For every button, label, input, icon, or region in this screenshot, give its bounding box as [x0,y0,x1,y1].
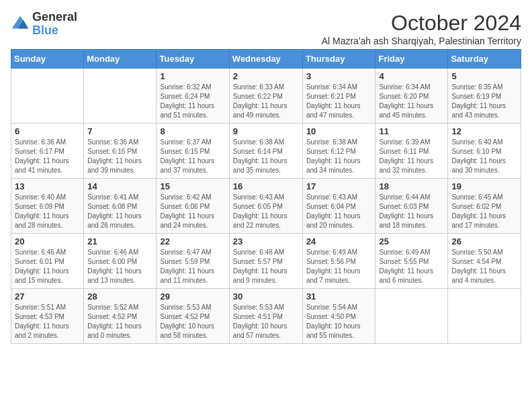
day-number: 13 [15,181,80,191]
calendar-week-2: 6Sunrise: 6:36 AM Sunset: 6:17 PM Daylig… [11,124,521,179]
calendar-cell: 13Sunrise: 6:40 AM Sunset: 6:09 PM Dayli… [11,179,84,234]
calendar-week-5: 27Sunrise: 5:51 AM Sunset: 4:53 PM Dayli… [11,289,521,344]
calendar-cell: 6Sunrise: 6:36 AM Sunset: 6:17 PM Daylig… [11,124,84,179]
day-number: 9 [233,126,299,136]
day-info: Sunrise: 5:54 AM Sunset: 4:50 PM Dayligh… [306,303,372,340]
day-info: Sunrise: 5:51 AM Sunset: 4:53 PM Dayligh… [15,303,80,340]
calendar-cell: 8Sunrise: 6:37 AM Sunset: 6:15 PM Daylig… [157,124,229,179]
calendar-cell: 31Sunrise: 5:54 AM Sunset: 4:50 PM Dayli… [302,289,375,344]
calendar-cell: 20Sunrise: 6:46 AM Sunset: 6:01 PM Dayli… [11,234,84,289]
day-info: Sunrise: 6:46 AM Sunset: 6:00 PM Dayligh… [87,248,152,285]
day-number: 17 [306,181,372,191]
calendar-cell: 26Sunrise: 5:50 AM Sunset: 4:54 PM Dayli… [448,234,521,289]
calendar-table: SundayMondayTuesdayWednesdayThursdayFrid… [11,49,521,344]
subtitle: Al Mazra'ah ash Sharqiyah, Palestinian T… [322,36,521,46]
weekday-thursday: Thursday [302,50,375,68]
calendar-cell [11,68,84,124]
day-info: Sunrise: 6:35 AM Sunset: 6:19 PM Dayligh… [451,83,517,120]
weekday-header-row: SundayMondayTuesdayWednesdayThursdayFrid… [11,50,521,68]
day-info: Sunrise: 6:33 AM Sunset: 6:22 PM Dayligh… [233,83,299,120]
day-info: Sunrise: 5:52 AM Sunset: 4:52 PM Dayligh… [87,303,152,340]
day-number: 30 [233,291,299,302]
month-title: October 2024 [322,11,521,36]
calendar-cell: 16Sunrise: 6:43 AM Sunset: 6:05 PM Dayli… [229,179,302,234]
day-number: 3 [306,71,372,81]
weekday-monday: Monday [84,50,157,68]
logo-general-text: General [32,10,77,24]
weekday-saturday: Saturday [448,50,521,68]
calendar-cell: 15Sunrise: 6:42 AM Sunset: 6:06 PM Dayli… [157,179,229,234]
weekday-wednesday: Wednesday [229,50,302,68]
day-info: Sunrise: 6:41 AM Sunset: 6:08 PM Dayligh… [87,193,152,230]
day-number: 29 [160,291,225,302]
calendar-cell: 10Sunrise: 6:38 AM Sunset: 6:12 PM Dayli… [302,124,375,179]
day-number: 11 [379,126,444,136]
calendar-cell: 25Sunrise: 6:49 AM Sunset: 5:55 PM Dayli… [375,234,448,289]
calendar-body: 1Sunrise: 6:32 AM Sunset: 6:24 PM Daylig… [11,68,521,344]
day-info: Sunrise: 6:38 AM Sunset: 6:12 PM Dayligh… [306,138,372,175]
calendar-cell: 29Sunrise: 5:53 AM Sunset: 4:52 PM Dayli… [157,289,229,344]
day-info: Sunrise: 6:37 AM Sunset: 6:15 PM Dayligh… [160,138,225,175]
day-info: Sunrise: 6:39 AM Sunset: 6:11 PM Dayligh… [379,138,444,175]
day-number: 12 [451,126,517,136]
calendar-cell: 24Sunrise: 6:49 AM Sunset: 5:56 PM Dayli… [302,234,375,289]
day-number: 15 [160,181,225,191]
day-number: 23 [233,236,299,246]
logo-blue-text: Blue [32,24,58,37]
weekday-tuesday: Tuesday [157,50,229,68]
day-info: Sunrise: 5:53 AM Sunset: 4:52 PM Dayligh… [160,303,225,340]
day-info: Sunrise: 5:50 AM Sunset: 4:54 PM Dayligh… [451,248,517,285]
day-info: Sunrise: 6:40 AM Sunset: 6:09 PM Dayligh… [15,193,80,230]
day-info: Sunrise: 5:53 AM Sunset: 4:51 PM Dayligh… [233,303,299,340]
calendar-week-1: 1Sunrise: 6:32 AM Sunset: 6:24 PM Daylig… [11,68,521,124]
calendar-cell: 12Sunrise: 6:40 AM Sunset: 6:10 PM Dayli… [448,124,521,179]
calendar-cell: 1Sunrise: 6:32 AM Sunset: 6:24 PM Daylig… [157,68,229,124]
calendar-cell: 17Sunrise: 6:43 AM Sunset: 6:04 PM Dayli… [302,179,375,234]
day-number: 5 [451,71,517,81]
calendar-cell [448,289,521,344]
day-number: 31 [306,291,372,302]
logo-icon [11,15,30,34]
calendar-cell: 7Sunrise: 6:36 AM Sunset: 6:16 PM Daylig… [84,124,157,179]
calendar-cell: 21Sunrise: 6:46 AM Sunset: 6:00 PM Dayli… [84,234,157,289]
day-info: Sunrise: 6:34 AM Sunset: 6:20 PM Dayligh… [379,83,444,120]
calendar-cell: 23Sunrise: 6:48 AM Sunset: 5:57 PM Dayli… [229,234,302,289]
calendar-cell: 14Sunrise: 6:41 AM Sunset: 6:08 PM Dayli… [84,179,157,234]
day-number: 25 [379,236,444,246]
day-number: 2 [233,71,299,81]
day-info: Sunrise: 6:44 AM Sunset: 6:03 PM Dayligh… [379,193,444,230]
calendar-cell [375,289,448,344]
day-info: Sunrise: 6:48 AM Sunset: 5:57 PM Dayligh… [233,248,299,285]
day-info: Sunrise: 6:45 AM Sunset: 6:02 PM Dayligh… [451,193,517,230]
day-info: Sunrise: 6:43 AM Sunset: 6:04 PM Dayligh… [306,193,372,230]
calendar-cell: 5Sunrise: 6:35 AM Sunset: 6:19 PM Daylig… [448,68,521,124]
calendar-cell: 19Sunrise: 6:45 AM Sunset: 6:02 PM Dayli… [448,179,521,234]
day-info: Sunrise: 6:47 AM Sunset: 5:59 PM Dayligh… [160,248,225,285]
day-info: Sunrise: 6:36 AM Sunset: 6:16 PM Dayligh… [87,138,152,175]
calendar-cell: 9Sunrise: 6:38 AM Sunset: 6:14 PM Daylig… [229,124,302,179]
calendar-cell: 28Sunrise: 5:52 AM Sunset: 4:52 PM Dayli… [84,289,157,344]
day-number: 22 [160,236,225,246]
weekday-sunday: Sunday [11,50,84,68]
calendar-week-4: 20Sunrise: 6:46 AM Sunset: 6:01 PM Dayli… [11,234,521,289]
day-number: 1 [160,71,225,81]
logo: General Blue [11,11,77,38]
day-number: 7 [87,126,152,136]
day-number: 4 [379,71,444,81]
calendar-week-3: 13Sunrise: 6:40 AM Sunset: 6:09 PM Dayli… [11,179,521,234]
day-info: Sunrise: 6:34 AM Sunset: 6:21 PM Dayligh… [306,83,372,120]
day-number: 24 [306,236,372,246]
day-number: 20 [15,236,80,246]
day-number: 27 [15,291,80,302]
calendar-cell: 2Sunrise: 6:33 AM Sunset: 6:22 PM Daylig… [229,68,302,124]
calendar-cell: 30Sunrise: 5:53 AM Sunset: 4:51 PM Dayli… [229,289,302,344]
day-number: 19 [451,181,517,191]
day-number: 6 [15,126,80,136]
page-header: General Blue October 2024 Al Mazra'ah as… [11,11,521,46]
day-info: Sunrise: 6:32 AM Sunset: 6:24 PM Dayligh… [160,83,225,120]
calendar-cell: 11Sunrise: 6:39 AM Sunset: 6:11 PM Dayli… [375,124,448,179]
day-number: 18 [379,181,444,191]
day-info: Sunrise: 6:38 AM Sunset: 6:14 PM Dayligh… [233,138,299,175]
calendar-cell [84,68,157,124]
day-number: 26 [451,236,517,246]
